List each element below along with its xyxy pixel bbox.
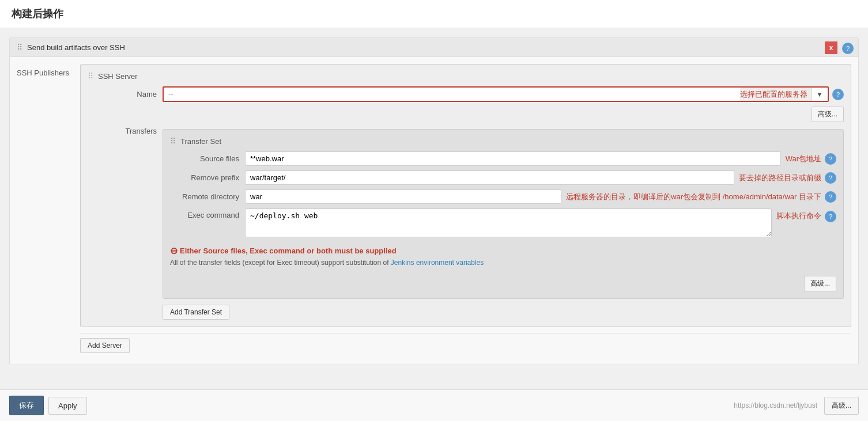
- transfer-advanced-btn[interactable]: 高级...: [804, 276, 836, 291]
- close-button[interactable]: x: [825, 41, 837, 54]
- source-files-help[interactable]: ?: [825, 153, 836, 165]
- remote-dir-label: Remote directory: [170, 192, 245, 201]
- name-dropdown-btn[interactable]: ▼: [811, 88, 828, 101]
- name-label: Name: [88, 90, 163, 98]
- post-build-panel: ⠿ Send build artifacts over SSH x ? SSH …: [9, 37, 859, 365]
- panel-header-title: Send build artifacts over SSH: [27, 43, 125, 52]
- info-message: All of the transfer fields (except for E…: [170, 259, 836, 267]
- panel-help-icon[interactable]: ?: [842, 43, 854, 54]
- name-row: Name 选择已配置的服务器 ▼ ?: [88, 86, 844, 102]
- exec-command-help[interactable]: ?: [825, 211, 836, 222]
- remote-dir-row: Remote directory 远程服务器的目录，即编译后的war包会复制到 …: [170, 189, 836, 204]
- ssh-server-section: ⠿ SSH Server Name 选择已配置的服务器 ▼ ? 高级...: [80, 64, 851, 358]
- add-transfer-btn[interactable]: Add Transfer Set: [163, 305, 229, 320]
- advanced-row: 高级...: [88, 107, 844, 122]
- name-hint: 选择已配置的服务器: [740, 89, 807, 100]
- source-files-row: Source files War包地址 ?: [170, 151, 836, 166]
- transfer-advanced-row: 高级...: [170, 276, 836, 291]
- main-content: ⠿ Send build artifacts over SSH x ? SSH …: [0, 28, 868, 389]
- remove-prefix-label: Remove prefix: [170, 173, 245, 182]
- sidebar-label: SSH Publishers: [17, 64, 80, 358]
- remote-dir-hint: 远程服务器的目录，即编译后的war包会复制到 /home/admin/data/…: [566, 192, 821, 202]
- remote-dir-help[interactable]: ?: [825, 191, 836, 203]
- remote-dir-input[interactable]: [245, 189, 561, 204]
- remove-prefix-row: Remove prefix 要去掉的路径目录或前缀 ?: [170, 170, 836, 185]
- source-files-label: Source files: [170, 154, 245, 163]
- ssh-advanced-btn[interactable]: 高级...: [812, 107, 844, 122]
- panel-body: SSH Publishers ⠿ SSH Server Name 选择已配置的服…: [10, 57, 858, 365]
- transfers-row: Transfers ⠿ Transfer Set Source files: [88, 124, 844, 320]
- jenkins-env-link[interactable]: Jenkins environment variables: [391, 259, 484, 267]
- exec-command-row: Exec command 脚本执行命令 ?: [170, 208, 836, 237]
- ssh-server-title: ⠿ SSH Server: [88, 71, 844, 81]
- stop-icon: ⊖: [170, 245, 178, 256]
- remote-dir-wrap: 远程服务器的目录，即编译后的war包会复制到 /home/admin/data/…: [245, 189, 821, 204]
- source-files-input[interactable]: [245, 151, 781, 166]
- transfer-set-title: ⠿ Transfer Set: [170, 136, 836, 146]
- grip-icon: ⠿: [17, 43, 22, 52]
- section-box: ⠿ SSH Server Name 选择已配置的服务器 ▼ ? 高级...: [80, 64, 851, 327]
- remove-prefix-hint: 要去掉的路径目录或前缀: [739, 173, 821, 183]
- exec-command-hint: 脚本执行命令: [776, 208, 821, 221]
- name-field-wrap: 选择已配置的服务器 ▼: [163, 86, 829, 102]
- grip-icon-2: ⠿: [88, 71, 93, 81]
- grip-icon-3: ⠿: [170, 136, 176, 146]
- transfers-label-col: Transfers: [88, 124, 163, 320]
- name-help-icon[interactable]: ?: [832, 89, 844, 100]
- error-message: ⊖ Either Source files, Exec command or b…: [170, 245, 836, 256]
- source-files-wrap: War包地址: [245, 151, 821, 166]
- add-server-btn[interactable]: Add Server: [80, 338, 130, 353]
- transfer-set-box: ⠿ Transfer Set Source files War包地址: [163, 129, 844, 299]
- panel-header: ⠿ Send build artifacts over SSH x ?: [10, 38, 858, 57]
- remove-prefix-input[interactable]: [245, 170, 734, 185]
- transfer-set-container: ⠿ Transfer Set Source files War包地址: [163, 124, 844, 320]
- remove-prefix-help[interactable]: ?: [825, 172, 836, 184]
- remove-prefix-wrap: 要去掉的路径目录或前缀: [245, 170, 821, 185]
- name-input[interactable]: [164, 88, 740, 101]
- add-server-row: Add Server: [80, 333, 851, 358]
- add-transfer-row: Add Transfer Set: [163, 305, 844, 320]
- exec-command-label: Exec command: [170, 208, 245, 219]
- source-files-hint: War包地址: [786, 154, 821, 164]
- page-title: 构建后操作: [0, 0, 868, 28]
- exec-command-wrap: 脚本执行命令: [245, 208, 821, 237]
- error-section: ⊖ Either Source files, Exec command or b…: [170, 242, 836, 270]
- exec-command-input[interactable]: [245, 208, 772, 237]
